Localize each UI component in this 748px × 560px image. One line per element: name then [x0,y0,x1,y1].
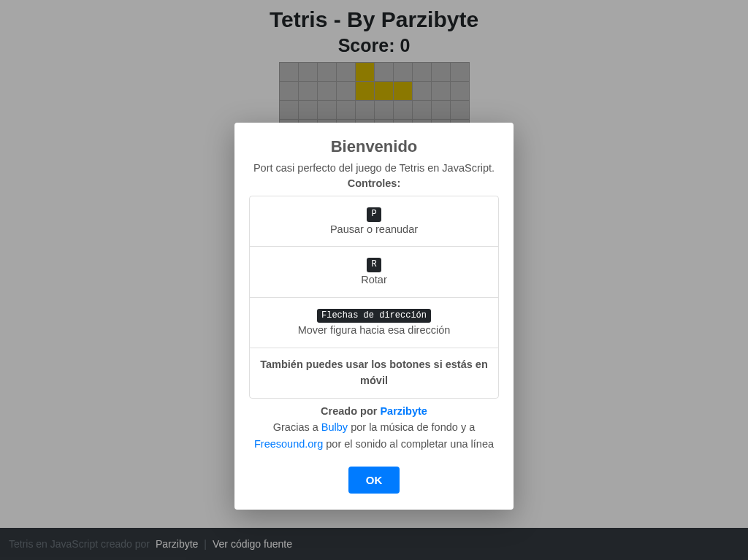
control-label: Mover figura hacia esa dirección [298,324,451,336]
modal-title: Bienvenido [249,137,499,156]
credits-author-link[interactable]: Parzibyte [380,405,427,417]
credits-freesound-link[interactable]: Freesound.org [254,438,323,450]
controls-list: P Pausar o reanudar R Rotar Flechas de d… [249,196,499,399]
control-label: Pausar o reanudar [330,223,418,235]
mobile-note: También puedes usar los botones si estás… [260,358,488,386]
credits: Creado por Parzibyte Gracias a Bulby por… [249,403,499,452]
created-prefix: Creado por [321,405,380,417]
controls-heading: Controles: [348,177,401,189]
control-label: Rotar [361,274,386,285]
list-item: Flechas de dirección Mover figura hacia … [250,297,498,348]
welcome-modal: Bienvenido Port casi perfecto del juego … [234,123,514,510]
list-item: R Rotar [250,246,498,296]
modal-description: Port casi perfecto del juego de Tetris e… [249,161,499,191]
list-item: P Pausar o reanudar [250,196,498,246]
credits-bulby-link[interactable]: Bulby [321,421,348,433]
key-r: R [367,258,381,272]
ok-button[interactable]: OK [348,467,400,494]
thanks-prefix: Gracias a [273,421,321,433]
thanks2-suffix: por el sonido al completar una línea [323,438,494,450]
key-p: P [367,207,381,222]
key-arrows: Flechas de dirección [317,309,431,323]
modal-desc-text: Port casi perfecto del juego de Tetris e… [253,162,495,174]
thanks1-suffix: por la música de fondo y a [348,421,475,433]
modal-overlay: Bienvenido Port casi perfecto del juego … [0,0,748,560]
list-item: También puedes usar los botones si estás… [250,348,498,398]
